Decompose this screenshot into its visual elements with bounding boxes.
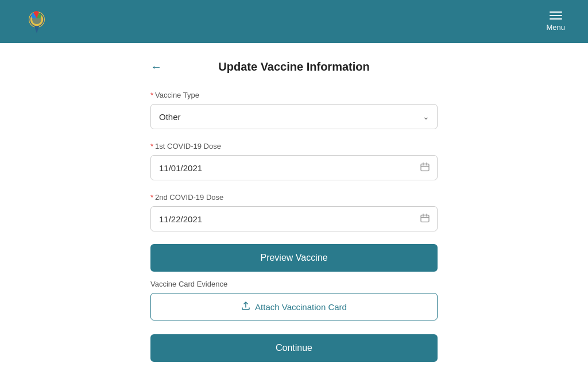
menu-label: Menu — [546, 23, 565, 32]
page-title: Update Vaccine Information — [150, 60, 438, 74]
back-arrow-icon: ← — [150, 60, 162, 74]
form-container: ← Update Vaccine Information * Vaccine T… — [139, 60, 449, 362]
vaccine-type-label: * Vaccine Type — [150, 91, 438, 99]
vaccine-type-wrapper: Other Pfizer Moderna Johnson & Johnson A… — [150, 104, 438, 129]
app-header: Menu — [0, 0, 588, 43]
app-logo — [23, 7, 51, 37]
logo-area — [23, 7, 51, 37]
attach-vaccination-card-button[interactable]: Attach Vaccination Card — [150, 293, 438, 320]
dose2-group: * 2nd COVID-19 Dose — [150, 193, 438, 231]
required-indicator: * — [150, 91, 153, 99]
back-button[interactable]: ← — [150, 60, 162, 74]
required-indicator: * — [150, 142, 153, 150]
upload-icon — [241, 302, 250, 312]
dose1-input[interactable] — [150, 155, 438, 180]
page-header: ← Update Vaccine Information — [150, 60, 438, 74]
vaccine-card-evidence-label: Vaccine Card Evidence — [150, 280, 438, 288]
vaccine-type-group: * Vaccine Type Other Pfizer Moderna John… — [150, 91, 438, 129]
dose1-group: * 1st COVID-19 Dose — [150, 142, 438, 180]
dose2-input[interactable] — [150, 206, 438, 231]
dose2-label: * 2nd COVID-19 Dose — [150, 193, 438, 202]
menu-button[interactable]: Menu — [546, 11, 565, 32]
required-indicator: * — [150, 193, 153, 202]
menu-icon — [550, 11, 562, 20]
attach-button-label: Attach Vaccination Card — [255, 302, 347, 312]
continue-button[interactable]: Continue — [150, 334, 438, 362]
preview-vaccine-button[interactable]: Preview Vaccine — [150, 244, 438, 272]
dose1-wrapper — [150, 155, 438, 180]
vaccine-type-select[interactable]: Other Pfizer Moderna Johnson & Johnson A… — [150, 104, 438, 129]
main-content: ← Update Vaccine Information * Vaccine T… — [0, 43, 588, 367]
dose1-label: * 1st COVID-19 Dose — [150, 142, 438, 150]
dose2-wrapper — [150, 206, 438, 231]
